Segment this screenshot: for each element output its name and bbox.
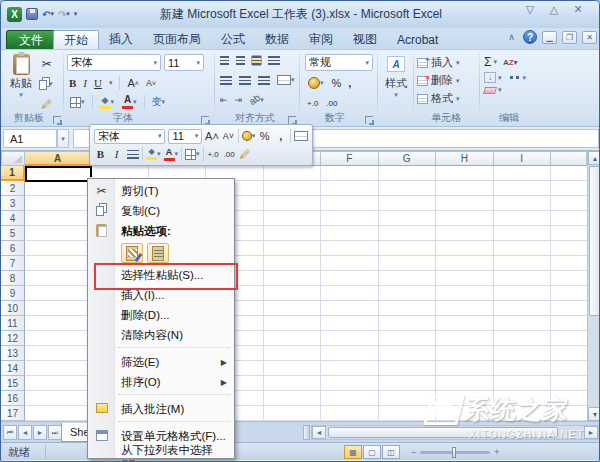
normal-view-icon[interactable]: ▦ [344,445,362,459]
row-header-1[interactable]: 1 [1,166,25,181]
bold-button[interactable]: B [69,75,76,91]
row-header-14[interactable]: 14 [1,361,25,376]
mini-increase-decimal-button[interactable]: +.0 [207,146,220,162]
zoom-out-icon[interactable]: − [411,447,416,457]
prev-sheet-icon[interactable]: ◄ [18,425,32,440]
row-header-5[interactable]: 5 [1,226,25,241]
zoom-slider[interactable] [420,451,490,454]
orientation-button[interactable]: ab▾ [248,93,265,106]
menu-item-1[interactable]: 复制(C) [88,201,234,221]
number-format-combo[interactable]: 常规▾ [305,54,373,71]
percent-style-button[interactable]: % [332,75,342,91]
collapse-ribbon-icon[interactable]: ∧ [505,32,518,42]
mini-decrease-decimal-button[interactable]: .00 [223,146,236,162]
alignment-dialog-launcher-icon[interactable] [288,116,296,124]
italic-button[interactable]: I [83,75,87,91]
increase-indent-button[interactable]: ⇥ [234,94,244,106]
tab-scrollbar-splitter[interactable] [303,425,310,440]
name-box[interactable]: A1 [3,129,57,148]
fill-color-button[interactable]: ◆▾ [99,95,116,110]
align-right-button[interactable] [257,75,271,86]
column-header-H[interactable]: H [436,151,494,166]
selected-cell-a1[interactable] [25,166,92,182]
row-header-17[interactable]: 17 [1,406,25,421]
mini-accounting-button[interactable]: ▾ [242,128,255,144]
menu-item-6[interactable]: 删除(D)... [88,305,234,325]
fill-button[interactable]: ↓▾ [484,72,502,83]
tab-6[interactable]: 视图 [343,30,387,49]
mini-comma-button[interactable]: , [274,128,287,144]
close-icon[interactable]: ✕ [571,3,585,16]
align-center-button[interactable] [238,75,252,86]
sort-filter-button[interactable]: AZ▾ [503,58,518,67]
tab-0[interactable]: 开始 [53,30,99,49]
mini-format-painter-button[interactable]: 🖉 [239,146,252,162]
first-sheet-icon[interactable]: ⏮ [3,425,17,440]
row-header-11[interactable]: 11 [1,316,25,331]
font-family-combo[interactable]: 宋体▾ [67,54,161,71]
format-painter-button[interactable]: 🖉 [41,96,53,112]
align-top-button[interactable] [219,55,230,66]
copy-button[interactable]: ▾ [41,76,53,92]
menu-item-9[interactable]: 筛选(E)▶ [88,352,234,372]
paste-values-button[interactable] [147,243,169,263]
scroll-down-icon[interactable]: ▼ [588,407,600,421]
mini-grow-font-button[interactable]: A˄ [205,128,219,144]
menu-item-2[interactable]: 粘贴选项: [88,221,234,241]
workbook-minimize-icon[interactable]: ▁ [542,31,557,44]
tab-5[interactable]: 审阅 [299,30,343,49]
last-sheet-icon[interactable]: ⏭ [48,425,62,440]
zoom-in-icon[interactable]: + [494,447,499,457]
clipboard-dialog-launcher-icon[interactable] [53,116,61,124]
cut-button[interactable]: ✂ [41,56,53,72]
menu-item-7[interactable]: 清除内容(N) [88,325,234,345]
workbook-close-icon[interactable]: ✕ [582,31,597,44]
row-header-9[interactable]: 9 [1,286,25,301]
tab-3[interactable]: 公式 [211,30,255,49]
mini-font-color-button[interactable]: A▾ [164,146,179,162]
zoom-knob[interactable] [452,447,456,458]
maximize-icon[interactable]: △ [547,3,561,16]
row-header-13[interactable]: 13 [1,346,25,361]
format-cells-button[interactable]: 格式▾ [417,91,460,106]
row-header-2[interactable]: 2 [1,181,25,196]
tab-2[interactable]: 页面布局 [143,30,211,49]
mini-percent-button[interactable]: % [258,128,271,144]
find-select-button[interactable]: ▾ [508,73,527,82]
align-bottom-button[interactable] [251,55,262,66]
clear-button[interactable]: ▾ [484,86,526,94]
minimize-icon[interactable]: ▽ [523,3,537,16]
phonetic-button[interactable]: 变▾ [151,94,167,110]
name-box-dropdown-icon[interactable]: ▾ [57,129,69,148]
row-header-3[interactable]: 3 [1,196,25,211]
grow-font-button[interactable]: A˄ [127,75,138,91]
horizontal-scrollbar[interactable]: ◄ ► [311,425,599,440]
mini-shrink-font-button[interactable]: A˅ [222,128,235,144]
mini-borders-button[interactable]: ▾ [185,146,200,162]
borders-button[interactable]: ▾ [69,96,86,109]
tab-1[interactable]: 插入 [99,30,143,49]
scroll-left-icon[interactable]: ◄ [312,426,326,439]
row-header-4[interactable]: 4 [1,211,25,226]
increase-decimal-button[interactable]: +.0 [307,95,318,111]
next-sheet-icon[interactable]: ► [33,425,47,440]
vertical-scrollbar[interactable]: ▲ ▼ [587,151,600,421]
menu-item-10[interactable]: 排序(O)▶ [88,372,234,392]
row-header-16[interactable]: 16 [1,391,25,406]
mini-font-family-combo[interactable]: 宋体▾ [94,129,165,144]
number-dialog-launcher-icon[interactable] [365,116,373,124]
tab-file[interactable]: 文件 [6,30,56,49]
align-left-button[interactable] [219,75,233,86]
column-header-I[interactable]: I [494,151,552,166]
shrink-font-button[interactable]: A˅ [146,75,156,91]
paste-keep-formatting-button[interactable] [121,243,143,263]
wrap-text-button[interactable] [267,55,281,66]
column-header-partial[interactable] [551,151,587,166]
font-dialog-launcher-icon[interactable] [201,116,209,124]
row-header-10[interactable]: 10 [1,301,25,316]
mini-fill-color-button[interactable]: ◆▾ [146,146,161,162]
help-icon[interactable]: ? [523,30,537,44]
menu-item-5[interactable]: 插入(I)... [88,285,234,305]
mini-font-size-combo[interactable]: 11▾ [168,129,202,144]
row-header-7[interactable]: 7 [1,256,25,271]
